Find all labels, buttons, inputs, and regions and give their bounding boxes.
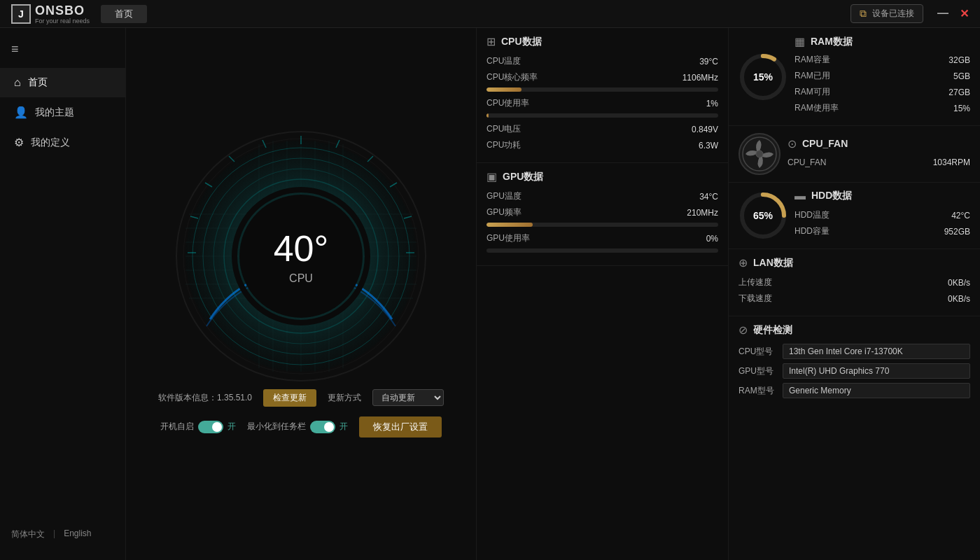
fan-section-title: CPU_FAN	[802, 138, 848, 149]
titlebar: J ONSBO For your real needs 首页 ⧉ 设备已连接 —…	[0, 0, 980, 28]
fan-section-icon: ⊙	[788, 137, 797, 150]
ram-used-row: RAM已用 5GB	[794, 70, 970, 82]
lang-chinese[interactable]: 简体中文	[11, 528, 45, 540]
update-method-select[interactable]: 自动更新	[372, 389, 444, 406]
ram-percent: 15%	[753, 71, 773, 83]
minimize-button[interactable]: —	[937, 7, 948, 20]
gpu-model-row: GPU型号 Intel(R) UHD Graphics 770	[738, 363, 970, 379]
ram-section-icon: ▦	[794, 35, 805, 48]
check-update-button[interactable]: 检查更新	[263, 389, 316, 407]
ram-section-title: RAM数据	[811, 36, 853, 48]
gpu-temp-value: 34°C	[699, 192, 718, 202]
device-connected-label: 设备已连接	[872, 8, 914, 20]
minimize-toggle[interactable]	[310, 421, 335, 433]
cpu-temp-label: CPU温度	[486, 55, 521, 67]
sidebar-item-custom[interactable]: ⚙ 我的定义	[0, 127, 125, 158]
sidebar-footer: 简体中文 | English	[0, 517, 125, 552]
ram-info: ▦ RAM数据 RAM容量 32GB RAM已用 5GB RAM可用 27GB …	[794, 35, 970, 118]
version-row: 软件版本信息：1.35.51.0 检查更新 更新方式 自动更新	[140, 389, 462, 407]
cpu-freq-progress-fill	[486, 88, 522, 92]
hdd-capacity-row: HDD容量 952GB	[794, 225, 970, 237]
hdd-temp-label: HDD温度	[794, 209, 830, 221]
cpu-section-icon: ⊞	[486, 35, 496, 48]
version-label: 软件版本信息：1.35.51.0	[158, 392, 252, 404]
ram-available-row: RAM可用 27GB	[794, 86, 970, 98]
cpu-fan-value: 1034RPM	[933, 158, 970, 167]
gpu-freq-label: GPU频率	[486, 206, 522, 218]
hw-check-title: 硬件检测	[753, 324, 792, 337]
cpu-section-header: ⊞ CPU数据	[486, 35, 718, 48]
hdd-percent: 65%	[753, 210, 773, 221]
logo-letter: J	[18, 8, 24, 20]
gpu-usage-value: 0%	[706, 234, 718, 244]
minimize-toggle-group: 最小化到任务栏 开	[247, 421, 348, 433]
gpu-temp-row: GPU温度 34°C	[486, 190, 718, 202]
gpu-section-icon: ▣	[486, 170, 497, 183]
gpu-section-title: GPU数据	[503, 171, 543, 183]
hdd-section-title: HDD数据	[811, 190, 852, 202]
startup-toggle[interactable]	[198, 421, 223, 433]
ram-model-value: Generic Memory	[783, 383, 970, 398]
ram-capacity-row: RAM容量 32GB	[794, 54, 970, 66]
cpu-model-label: CPU型号	[738, 346, 777, 358]
startup-toggle-group: 开机自启 开	[160, 421, 236, 433]
gpu-freq-progress-fill	[486, 223, 533, 227]
download-speed-row: 下载速度 0KB/s	[738, 293, 970, 304]
toggle-row: 开机自启 开 最小化到任务栏 开 恢复出厂设置	[140, 416, 462, 438]
cpu-freq-progress	[486, 88, 718, 92]
gauge-temperature: 40°	[274, 227, 329, 270]
cpu-section-title: CPU数据	[501, 36, 542, 48]
hdd-section: 65% ▬ HDD数据 HDD温度 42°C HDD容量 952GB	[729, 183, 980, 249]
upload-speed-label: 上传速度	[738, 276, 772, 288]
hdd-header: ▬ HDD数据	[794, 190, 970, 202]
hw-check-section: ⊘ 硬件检测 CPU型号 13th Gen Intel Core i7-1370…	[729, 316, 980, 410]
download-speed-label: 下载速度	[738, 293, 772, 304]
close-button[interactable]: ✕	[960, 7, 969, 20]
cpu-voltage-label: CPU电压	[486, 123, 521, 135]
gpu-usage-progress	[486, 248, 718, 253]
hdd-info: ▬ HDD数据 HDD温度 42°C HDD容量 952GB	[794, 190, 970, 241]
sidebar-item-themes[interactable]: 👤 我的主题	[0, 97, 125, 127]
svg-point-39	[756, 150, 763, 158]
update-method-label: 更新方式	[328, 392, 361, 404]
ram-gauge: 15%	[738, 52, 788, 102]
hamburger-menu[interactable]: ≡	[0, 36, 125, 62]
cpu-power-value: 6.3W	[699, 141, 718, 150]
ram-section: 15% ▦ RAM数据 RAM容量 32GB RAM已用 5GB RAM可用 2…	[729, 28, 980, 126]
cpu-usage-value: 1%	[706, 99, 718, 108]
upload-speed-row: 上传速度 0KB/s	[738, 276, 970, 288]
device-connected-badge: ⧉ 设备已连接	[850, 4, 923, 23]
gpu-section-header: ▣ GPU数据	[486, 170, 718, 183]
upload-speed-value: 0KB/s	[948, 278, 970, 288]
ram-usage-row: RAM使用率 15%	[794, 102, 970, 114]
ram-usage-label: RAM使用率	[794, 102, 839, 114]
cpu-power-row: CPU功耗 6.3W	[486, 139, 718, 151]
ram-usage-value: 15%	[953, 104, 970, 113]
ram-used-label: RAM已用	[794, 70, 830, 82]
lan-section: ⊕ LAN数据 上传速度 0KB/s 下载速度 0KB/s	[729, 249, 980, 316]
gpu-usage-row: GPU使用率 0%	[486, 232, 718, 244]
gpu-usage-label: GPU使用率	[486, 232, 530, 244]
ram-title-row: ▦ RAM数据	[794, 35, 970, 48]
reset-button[interactable]: 恢复出厂设置	[359, 416, 442, 438]
logo-sub: For your real needs	[35, 18, 90, 24]
sidebar-item-themes-label: 我的主题	[35, 106, 74, 119]
titlebar-left: J ONSBO For your real needs 首页	[11, 4, 147, 24]
home-icon: ⌂	[14, 76, 21, 89]
fan-svg	[742, 136, 777, 172]
custom-icon: ⚙	[14, 136, 24, 149]
lang-english[interactable]: English	[64, 528, 91, 540]
gpu-model-label: GPU型号	[738, 365, 777, 377]
sidebar-item-home-label: 首页	[28, 76, 48, 89]
center-panel: 40° CPU 软件版本信息：1.35.51.0 检查更新 更新方式 自动更新 …	[126, 28, 476, 560]
sidebar-item-home[interactable]: ⌂ 首页	[0, 68, 125, 97]
cpu-usage-progress-fill	[486, 113, 489, 118]
main-layout: ≡ ⌂ 首页 👤 我的主题 ⚙ 我的定义 简体中文 | English	[0, 28, 980, 560]
nav-tab-home[interactable]: 首页	[101, 5, 147, 23]
gauge-label: CPU	[274, 272, 329, 285]
lang-divider: |	[53, 528, 55, 540]
cpu-model-value: 13th Gen Intel Core i7-13700K	[783, 344, 970, 359]
bottom-controls: 软件版本信息：1.35.51.0 检查更新 更新方式 自动更新 开机自启 开 最…	[126, 389, 476, 438]
sidebar-item-custom-label: 我的定义	[31, 136, 70, 149]
lan-section-title: LAN数据	[753, 257, 793, 270]
